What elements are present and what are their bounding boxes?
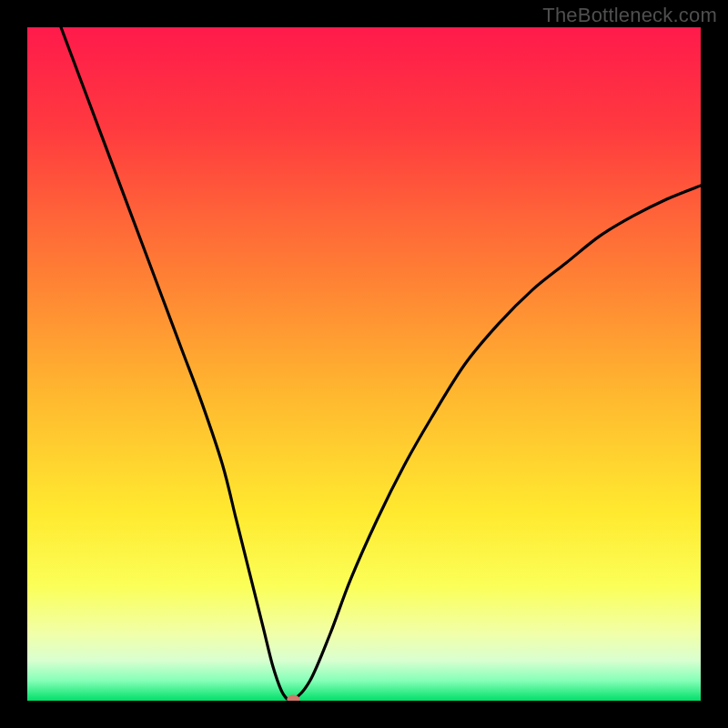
chart-curve-layer <box>27 27 701 701</box>
bottleneck-curve <box>61 27 701 700</box>
chart-area <box>27 27 701 701</box>
watermark-text: TheBottleneck.com <box>542 4 717 27</box>
